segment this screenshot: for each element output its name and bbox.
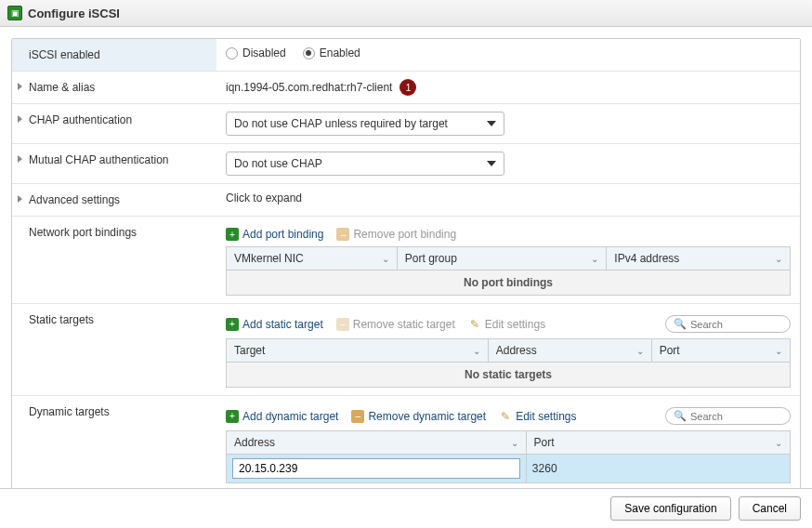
- step-badge: 1: [399, 79, 416, 96]
- chevron-down-icon: ⌄: [775, 254, 782, 264]
- remove-dynamic-target-button[interactable]: – Remove dynamic target: [351, 410, 486, 423]
- chevron-down-icon: ⌄: [636, 346, 644, 356]
- col-target[interactable]: Target ⌄: [227, 339, 489, 362]
- pencil-icon: ✎: [499, 410, 512, 423]
- radio-enabled[interactable]: Enabled: [303, 46, 360, 59]
- iscsi-enabled-label: iSCSI enabled: [29, 48, 100, 61]
- save-configuration-button[interactable]: Save configuration: [610, 496, 730, 521]
- chevron-down-icon: ⌄: [591, 254, 598, 264]
- chevron-down-icon: ⌄: [382, 254, 389, 264]
- add-port-binding-label: Add port binding: [242, 228, 323, 241]
- remove-port-binding-label: Remove port binding: [353, 228, 456, 241]
- chap-auth-label: CHAP authentication: [29, 113, 132, 126]
- col-port[interactable]: Port ⌄: [527, 431, 790, 454]
- dynamic-targets-label: Dynamic targets: [29, 405, 110, 418]
- remove-icon: –: [351, 410, 364, 423]
- search-icon: 🔍: [674, 410, 687, 422]
- add-dynamic-target-button[interactable]: + Add dynamic target: [226, 410, 338, 423]
- static-targets-empty: No static targets: [227, 362, 790, 387]
- chevron-down-icon: ⌄: [775, 438, 782, 448]
- static-targets-grid: Target ⌄ Address ⌄ Port ⌄ No static targ…: [226, 338, 791, 388]
- edit-static-target-button: ✎ Edit settings: [468, 318, 545, 331]
- chevron-down-icon: [487, 121, 496, 126]
- search-input[interactable]: [690, 411, 782, 422]
- port-bindings-grid: VMkernel NIC ⌄ Port group ⌄ IPv4 address…: [226, 246, 791, 296]
- dynamic-targets-search[interactable]: 🔍: [665, 407, 791, 425]
- dynamic-targets-grid: Address ⌄ Port ⌄ 3260: [226, 430, 791, 483]
- radio-circle-icon: [226, 47, 238, 59]
- col-vmkernel-nic[interactable]: VMkernel NIC ⌄: [227, 247, 398, 270]
- radio-enabled-label: Enabled: [320, 46, 360, 59]
- expand-caret-icon[interactable]: [18, 195, 22, 203]
- search-input[interactable]: [690, 319, 782, 330]
- static-targets-search[interactable]: 🔍: [665, 315, 791, 333]
- iscsi-app-icon: ▣: [7, 6, 22, 20]
- chap-auth-value: Do not use CHAP unless required by targe…: [234, 117, 448, 130]
- config-panel: iSCSI enabled Disabled Enabled: [11, 38, 801, 492]
- advanced-settings-label: Advanced settings: [29, 193, 120, 206]
- add-icon: +: [226, 318, 239, 331]
- chevron-down-icon: [487, 161, 496, 166]
- port-bindings-empty: No port bindings: [227, 270, 790, 295]
- edit-dynamic-target-button[interactable]: ✎ Edit settings: [499, 410, 576, 423]
- add-icon: +: [226, 228, 239, 241]
- add-icon: +: [226, 410, 239, 423]
- iscsi-enabled-radio-group: Disabled Enabled: [226, 46, 791, 59]
- name-alias-value: iqn.1994-05.com.redhat:rh7-client: [226, 81, 392, 94]
- expand-caret-icon[interactable]: [18, 115, 22, 123]
- radio-disabled[interactable]: Disabled: [226, 46, 286, 59]
- col-port-group[interactable]: Port group ⌄: [398, 247, 608, 270]
- col-address[interactable]: Address ⌄: [489, 339, 652, 362]
- static-targets-label: Static targets: [29, 313, 94, 326]
- dialog-footer: Save configuration Cancel: [0, 488, 812, 528]
- add-static-target-button[interactable]: + Add static target: [226, 318, 323, 331]
- dynamic-target-port: 3260: [532, 462, 557, 475]
- remove-port-binding-button: – Remove port binding: [336, 228, 456, 241]
- chevron-down-icon: ⌄: [511, 438, 518, 448]
- pencil-icon: ✎: [468, 318, 481, 331]
- chevron-down-icon: ⌄: [775, 346, 782, 356]
- expand-caret-icon[interactable]: [18, 83, 22, 90]
- chap-auth-select[interactable]: Do not use CHAP unless required by targe…: [226, 112, 504, 136]
- remove-icon: –: [336, 318, 349, 331]
- col-port[interactable]: Port ⌄: [652, 339, 790, 362]
- remove-static-target-button: – Remove static target: [336, 318, 455, 331]
- add-port-binding-button[interactable]: + Add port binding: [226, 228, 323, 241]
- mutual-chap-label: Mutual CHAP authentication: [29, 153, 169, 166]
- dynamic-target-row[interactable]: 3260: [227, 454, 790, 482]
- advanced-settings-value[interactable]: Click to expand: [226, 191, 302, 205]
- window-title: Configure iSCSI: [28, 7, 120, 20]
- search-icon: 🔍: [674, 318, 687, 330]
- radio-disabled-label: Disabled: [242, 46, 286, 59]
- radio-circle-checked-icon: [303, 47, 315, 59]
- col-address[interactable]: Address ⌄: [227, 431, 527, 454]
- window-titlebar: ▣ Configure iSCSI: [0, 0, 812, 27]
- cancel-button[interactable]: Cancel: [739, 496, 801, 521]
- expand-caret-icon[interactable]: [18, 155, 22, 163]
- mutual-chap-select[interactable]: Do not use CHAP: [226, 152, 504, 176]
- dynamic-target-address-input[interactable]: [232, 458, 520, 479]
- name-alias-label: Name & alias: [29, 81, 95, 94]
- port-bindings-label: Network port bindings: [29, 226, 137, 239]
- chevron-down-icon: ⌄: [473, 346, 480, 356]
- col-ipv4[interactable]: IPv4 address ⌄: [607, 247, 790, 270]
- mutual-chap-value: Do not use CHAP: [234, 157, 322, 170]
- remove-icon: –: [336, 228, 349, 241]
